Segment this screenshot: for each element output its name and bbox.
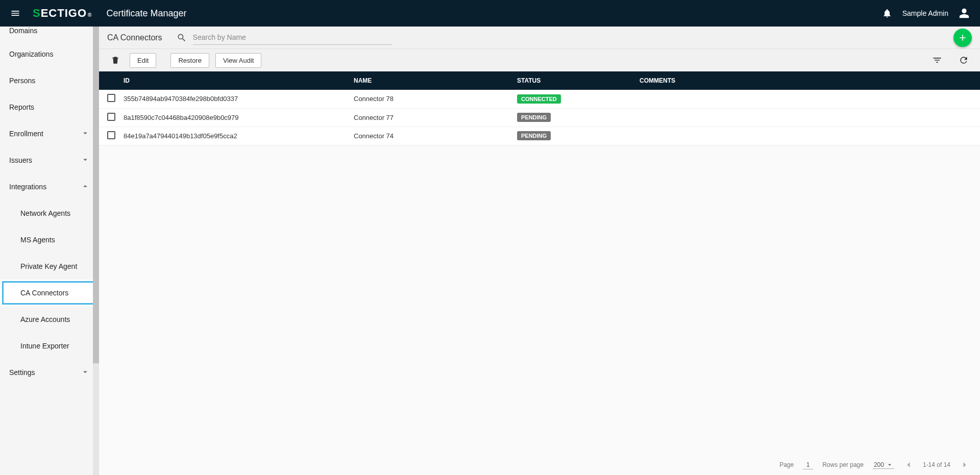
sidebar-item-label: Integrations bbox=[9, 183, 81, 191]
table-header-row: ID NAME STATUS COMMENTS bbox=[99, 71, 980, 90]
page-label: Page bbox=[779, 461, 794, 468]
row-checkbox[interactable] bbox=[107, 113, 115, 121]
cell-name: Connector 78 bbox=[353, 90, 517, 108]
plus-icon bbox=[958, 33, 968, 43]
rows-per-page-select[interactable]: 200 bbox=[873, 461, 894, 469]
row-checkbox[interactable] bbox=[107, 94, 115, 102]
sidebar-item-label: Domains bbox=[9, 27, 90, 35]
page-title: CA Connectors bbox=[107, 33, 162, 42]
person-icon bbox=[959, 8, 970, 19]
sidebar-subitem-ms-agents[interactable]: MS Agents bbox=[0, 227, 99, 253]
next-page-button[interactable] bbox=[960, 460, 970, 470]
sidebar-item-label: Enrollment bbox=[9, 130, 81, 138]
chevron-left-icon bbox=[903, 460, 914, 470]
sidebar-item-reports[interactable]: Reports bbox=[0, 94, 99, 120]
col-header-name[interactable]: NAME bbox=[353, 71, 517, 90]
bell-icon bbox=[882, 8, 892, 18]
sidebar-item-label: Organizations bbox=[9, 50, 90, 58]
logo-text: ECTIGO bbox=[41, 7, 87, 20]
col-header-id[interactable]: ID bbox=[124, 71, 353, 90]
chevron-down-icon bbox=[81, 367, 90, 378]
sidebar-item-label: Settings bbox=[9, 368, 81, 377]
cell-name: Connector 77 bbox=[353, 108, 517, 127]
rows-per-page-label: Rows per page bbox=[822, 461, 864, 468]
table-row[interactable]: 8a1f8590c7c04468ba420908e9b0c979Connecto… bbox=[99, 108, 980, 127]
sidebar-subitem-intune-exporter[interactable]: Intune Exporter bbox=[0, 333, 99, 359]
cell-comments bbox=[639, 108, 980, 127]
search-icon bbox=[177, 33, 187, 43]
sidebar-item-domains[interactable]: Domains bbox=[0, 27, 99, 41]
cell-id: 84e19a7a479440149b13df05e9f5cca2 bbox=[124, 127, 353, 145]
table-row[interactable]: 355b74894ab9470384fe298b0bfd0337Connecto… bbox=[99, 90, 980, 108]
view-audit-button[interactable]: View Audit bbox=[215, 53, 261, 68]
trash-icon bbox=[111, 56, 120, 65]
main-content: CA Connectors Edit Restore View Audit bbox=[99, 27, 980, 475]
add-button[interactable] bbox=[953, 29, 972, 47]
sidebar-item-label: Private Key Agent bbox=[20, 262, 77, 270]
col-header-comments[interactable]: COMMENTS bbox=[639, 71, 980, 90]
sidebar-item-label: Azure Accounts bbox=[20, 315, 70, 323]
sidebar-subitem-azure-accounts[interactable]: Azure Accounts bbox=[0, 306, 99, 333]
chevron-down-icon bbox=[81, 155, 90, 166]
cell-name: Connector 74 bbox=[353, 127, 517, 145]
sidebar-subitem-private-key-agent[interactable]: Private Key Agent bbox=[0, 253, 99, 280]
sidebar-item-label: CA Connectors bbox=[20, 289, 68, 297]
logo-mark: S bbox=[33, 7, 41, 20]
row-checkbox[interactable] bbox=[107, 131, 115, 139]
chevron-up-icon bbox=[81, 182, 90, 192]
app-title: Certificate Manager bbox=[106, 8, 186, 19]
page-toolbar: CA Connectors bbox=[99, 27, 980, 49]
restore-button[interactable]: Restore bbox=[170, 53, 209, 68]
table-row[interactable]: 84e19a7a479440149b13df05e9f5cca2Connecto… bbox=[99, 127, 980, 145]
page-range-label: 1-14 of 14 bbox=[923, 461, 950, 468]
col-header-status[interactable]: STATUS bbox=[517, 71, 639, 90]
edit-button[interactable]: Edit bbox=[130, 53, 156, 68]
sidebar-nav: Domains Organizations Persons Reports En… bbox=[0, 27, 99, 475]
chevron-down-icon bbox=[81, 129, 90, 139]
sidebar-item-persons[interactable]: Persons bbox=[0, 67, 99, 94]
sidebar-item-label: Intune Exporter bbox=[20, 342, 69, 350]
cell-id: 355b74894ab9470384fe298b0bfd0337 bbox=[124, 90, 353, 108]
app-header: SECTIGO® Certificate Manager Sample Admi… bbox=[0, 0, 980, 27]
status-badge: CONNECTED bbox=[517, 94, 561, 104]
sidebar-subitem-ca-connectors[interactable]: CA Connectors bbox=[0, 280, 99, 306]
sidebar-item-label: MS Agents bbox=[20, 236, 55, 244]
hamburger-menu-button[interactable] bbox=[10, 8, 20, 18]
sidebar-item-organizations[interactable]: Organizations bbox=[0, 41, 99, 67]
chevron-right-icon bbox=[960, 460, 970, 470]
brand-logo: SECTIGO® bbox=[33, 7, 92, 20]
dropdown-icon bbox=[886, 461, 893, 468]
sidebar-item-enrollment[interactable]: Enrollment bbox=[0, 120, 99, 147]
connectors-table: ID NAME STATUS COMMENTS 355b74894ab94703… bbox=[99, 71, 980, 145]
logo-registered: ® bbox=[88, 12, 92, 18]
user-menu-button[interactable] bbox=[959, 8, 970, 19]
filter-icon bbox=[932, 55, 942, 65]
prev-page-button[interactable] bbox=[903, 460, 914, 470]
cell-id: 8a1f8590c7c04468ba420908e9b0c979 bbox=[124, 108, 353, 127]
sidebar-subitem-network-agents[interactable]: Network Agents bbox=[0, 200, 99, 227]
cell-comments bbox=[639, 90, 980, 108]
sidebar-item-issuers[interactable]: Issuers bbox=[0, 147, 99, 173]
sidebar-item-settings[interactable]: Settings bbox=[0, 359, 99, 386]
delete-button[interactable] bbox=[107, 52, 124, 68]
status-badge: PENDING bbox=[517, 113, 551, 122]
rows-per-page-value: 200 bbox=[874, 461, 884, 468]
current-user-label: Sample Admin bbox=[902, 9, 948, 17]
filter-button[interactable] bbox=[929, 52, 945, 68]
sidebar-item-label: Issuers bbox=[9, 156, 81, 164]
search-input[interactable] bbox=[193, 30, 392, 45]
sidebar-item-integrations[interactable]: Integrations bbox=[0, 173, 99, 200]
page-input[interactable] bbox=[803, 461, 813, 469]
action-toolbar: Edit Restore View Audit bbox=[99, 49, 980, 71]
notifications-button[interactable] bbox=[882, 8, 892, 18]
sidebar-scrollbar-track[interactable] bbox=[93, 27, 99, 475]
refresh-button[interactable] bbox=[955, 52, 972, 68]
sidebar-item-label: Network Agents bbox=[20, 209, 70, 217]
sidebar-item-label: Persons bbox=[9, 77, 90, 85]
refresh-icon bbox=[959, 55, 969, 65]
sidebar-item-label: Reports bbox=[9, 103, 90, 111]
cell-comments bbox=[639, 127, 980, 145]
sidebar-scrollbar-thumb[interactable] bbox=[93, 27, 99, 363]
status-badge: PENDING bbox=[517, 131, 551, 140]
pagination-bar: Page Rows per page 200 1-14 of 14 bbox=[99, 455, 980, 475]
